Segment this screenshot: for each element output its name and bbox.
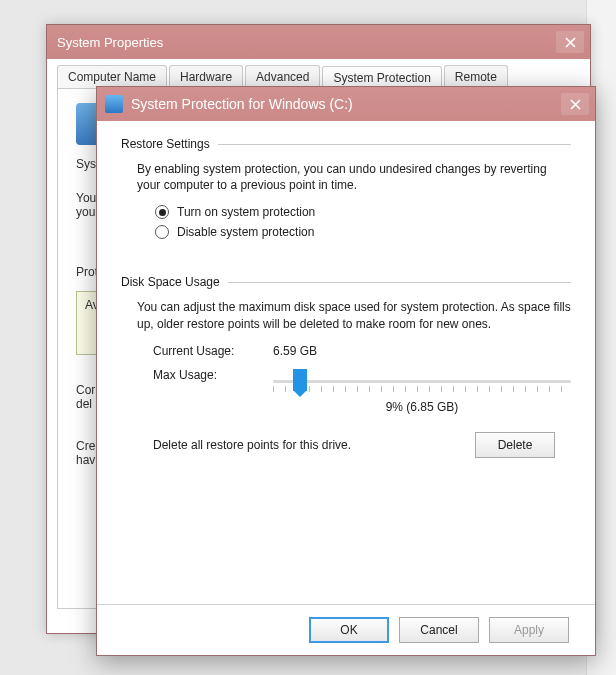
dialog-close-button[interactable]	[561, 93, 589, 115]
parent-title: System Properties	[57, 35, 163, 50]
delete-button[interactable]: Delete	[475, 432, 555, 458]
slider-track	[273, 380, 571, 383]
restore-settings-description: By enabling system protection, you can u…	[137, 161, 571, 193]
disk-space-header: Disk Space Usage	[121, 275, 571, 289]
parent-close-button[interactable]	[556, 31, 584, 53]
dialog-body: Restore Settings By enabling system prot…	[97, 121, 595, 655]
parent-titlebar: System Properties	[47, 25, 590, 59]
slider-ticks	[273, 386, 571, 392]
dialog-button-row: OK Cancel Apply	[121, 617, 571, 643]
delete-restore-points-text: Delete all restore points for this drive…	[153, 438, 351, 452]
tab-computer-name[interactable]: Computer Name	[57, 65, 167, 88]
close-icon	[570, 99, 581, 110]
radio-disable-label: Disable system protection	[177, 225, 314, 239]
slider-thumb[interactable]	[293, 369, 307, 391]
system-protection-icon	[105, 95, 123, 113]
disk-space-label: Disk Space Usage	[121, 275, 220, 289]
ok-button[interactable]: OK	[309, 617, 389, 643]
close-icon	[565, 37, 576, 48]
divider	[97, 604, 595, 605]
dialog-titlebar: System Protection for Windows (C:)	[97, 87, 595, 121]
tab-hardware[interactable]: Hardware	[169, 65, 243, 88]
divider	[228, 282, 571, 283]
disk-space-description: You can adjust the maximum disk space us…	[137, 299, 571, 331]
current-usage-row: Current Usage: 6.59 GB	[153, 344, 571, 358]
radio-disable[interactable]: Disable system protection	[155, 225, 571, 239]
radio-turn-on-label: Turn on system protection	[177, 205, 315, 219]
radio-icon	[155, 225, 169, 239]
tab-remote[interactable]: Remote	[444, 65, 508, 88]
apply-button: Apply	[489, 617, 569, 643]
dialog-title: System Protection for Windows (C:)	[131, 96, 353, 112]
max-usage-value: 9% (6.85 GB)	[273, 400, 571, 414]
max-usage-row: Max Usage: 9% (6.85 GB)	[153, 368, 571, 414]
max-usage-slider[interactable]	[273, 368, 571, 394]
current-usage-label: Current Usage:	[153, 344, 273, 358]
cancel-button[interactable]: Cancel	[399, 617, 479, 643]
divider	[218, 144, 571, 145]
restore-settings-label: Restore Settings	[121, 137, 210, 151]
radio-turn-on[interactable]: Turn on system protection	[155, 205, 571, 219]
tab-advanced[interactable]: Advanced	[245, 65, 320, 88]
max-usage-label: Max Usage:	[153, 368, 273, 382]
system-protection-dialog: System Protection for Windows (C:) Resto…	[96, 86, 596, 656]
current-usage-value: 6.59 GB	[273, 344, 317, 358]
radio-icon	[155, 205, 169, 219]
restore-settings-header: Restore Settings	[121, 137, 571, 151]
